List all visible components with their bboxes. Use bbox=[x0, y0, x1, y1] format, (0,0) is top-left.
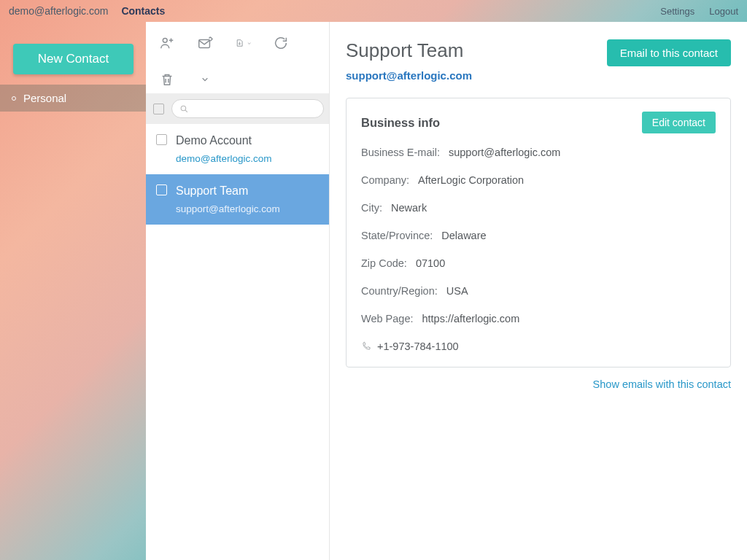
search-input-wrap[interactable] bbox=[171, 99, 324, 118]
search-icon bbox=[179, 104, 189, 114]
field-label: City: bbox=[361, 202, 382, 214]
field-label: Company: bbox=[361, 174, 409, 186]
field-value: AfterLogic Corporation bbox=[418, 174, 524, 186]
import-export-icon[interactable] bbox=[235, 35, 251, 51]
svg-point-2 bbox=[181, 106, 186, 111]
contact-name: Support Team bbox=[176, 184, 280, 198]
contact-list-item[interactable]: Demo Account demo@afterlogic.com bbox=[146, 124, 329, 174]
field-label: Web Page: bbox=[361, 313, 413, 324]
contact-list-pane: Demo Account demo@afterlogic.com Support… bbox=[146, 22, 330, 560]
sidebar-item-personal[interactable]: Personal bbox=[0, 85, 146, 112]
more-dropdown-icon[interactable] bbox=[197, 71, 213, 88]
contacts-toolbar bbox=[146, 22, 329, 93]
field-state: State/Province: Delaware bbox=[361, 230, 716, 241]
settings-link[interactable]: Settings bbox=[660, 6, 694, 17]
sidebar: New Contact Personal bbox=[0, 22, 146, 560]
field-value: Newark bbox=[391, 202, 427, 214]
contact-checkbox[interactable] bbox=[156, 184, 167, 195]
field-business-email: Business E-mail: support@afterlogic.com bbox=[361, 147, 716, 158]
trash-icon[interactable] bbox=[159, 71, 175, 88]
field-label: State/Province: bbox=[361, 230, 433, 241]
field-webpage: Web Page: https://afterlogic.com bbox=[361, 313, 716, 324]
logout-link[interactable]: Logout bbox=[709, 6, 738, 17]
contact-checkbox[interactable] bbox=[156, 134, 167, 145]
field-company: Company: AfterLogic Corporation bbox=[361, 174, 716, 186]
field-value: https://afterlogic.com bbox=[422, 313, 519, 324]
field-zip: Zip Code: 07100 bbox=[361, 257, 716, 269]
tab-contacts[interactable]: Contacts bbox=[121, 5, 165, 17]
show-emails-link[interactable]: Show emails with this contact bbox=[593, 378, 731, 390]
business-info-card: Business info Edit contact Business E-ma… bbox=[346, 98, 731, 368]
compose-mail-icon[interactable] bbox=[197, 35, 213, 51]
field-phone: +1-973-784-1100 bbox=[361, 341, 716, 352]
contact-title: Support Team bbox=[346, 39, 463, 62]
card-title: Business info bbox=[361, 116, 440, 130]
field-label: Business E-mail: bbox=[361, 147, 440, 158]
contact-detail-pane: Support Team Email to this contact suppo… bbox=[330, 22, 747, 560]
current-user-email[interactable]: demo@afterlogic.com bbox=[9, 5, 108, 17]
new-contact-button[interactable]: New Contact bbox=[13, 44, 133, 74]
contact-primary-email[interactable]: support@afterlogic.com bbox=[346, 69, 731, 82]
add-contact-icon[interactable] bbox=[159, 35, 175, 51]
contact-email: support@afterlogic.com bbox=[176, 203, 280, 214]
contact-email: demo@afterlogic.com bbox=[176, 153, 272, 164]
field-value: 07100 bbox=[416, 257, 445, 269]
email-contact-button[interactable]: Email to this contact bbox=[607, 39, 731, 66]
refresh-icon[interactable] bbox=[273, 35, 289, 51]
field-label: Zip Code: bbox=[361, 257, 407, 269]
field-value: USA bbox=[446, 285, 468, 297]
field-country: Country/Region: USA bbox=[361, 285, 716, 297]
group-bullet-icon bbox=[12, 96, 16, 101]
sidebar-item-label: Personal bbox=[23, 92, 66, 104]
field-label: Country/Region: bbox=[361, 285, 438, 297]
field-value: support@afterlogic.com bbox=[449, 147, 560, 158]
field-value: Delaware bbox=[441, 230, 486, 241]
top-bar: demo@afterlogic.com Contacts Settings Lo… bbox=[0, 0, 747, 22]
search-row bbox=[146, 93, 329, 124]
contact-name: Demo Account bbox=[176, 134, 272, 147]
svg-point-0 bbox=[163, 38, 167, 42]
contact-list-item[interactable]: Support Team support@afterlogic.com bbox=[146, 174, 329, 225]
select-all-checkbox[interactable] bbox=[153, 104, 164, 114]
edit-contact-button[interactable]: Edit contact bbox=[642, 112, 716, 133]
field-city: City: Newark bbox=[361, 202, 716, 214]
phone-icon bbox=[361, 341, 371, 351]
field-value: +1-973-784-1100 bbox=[377, 341, 459, 352]
search-input[interactable] bbox=[193, 104, 316, 114]
